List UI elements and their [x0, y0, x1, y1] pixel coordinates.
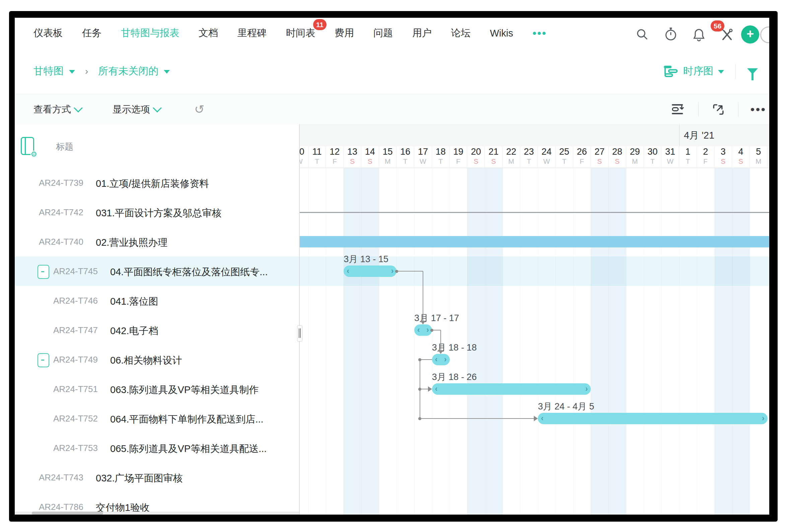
- timeline-bars-icon: [663, 65, 679, 78]
- nav-item-5[interactable]: 时间表11: [286, 26, 315, 40]
- link-line: [420, 389, 428, 389]
- table-row[interactable]: AR24-T751063.陈列道具及VP等相关道具制作: [15, 374, 299, 404]
- weekend-column: [609, 168, 626, 515]
- gantt-bar-row8[interactable]: ‹›: [432, 383, 591, 395]
- chevron-down-icon[interactable]: [164, 70, 170, 74]
- collapse-toggle[interactable]: [38, 265, 49, 279]
- avatar[interactable]: [760, 26, 769, 43]
- add-button[interactable]: +: [741, 25, 759, 44]
- day-gridline: [626, 168, 626, 515]
- task-title[interactable]: 042.电子档: [110, 324, 158, 338]
- day-letter: M: [503, 157, 520, 165]
- bar-resize-left[interactable]: ‹: [417, 325, 420, 335]
- day-letter: S: [361, 157, 379, 165]
- link-arrow-right: [428, 386, 432, 392]
- bar-resize-left[interactable]: ‹: [435, 355, 438, 364]
- nav-item-0[interactable]: 仪表板: [34, 26, 63, 40]
- breadcrumb-separator: ›: [85, 66, 88, 77]
- title-column-header: 标题: [56, 141, 73, 153]
- task-id: AR24-T753: [53, 443, 98, 453]
- bar-resize-left[interactable]: ‹: [435, 384, 438, 393]
- breadcrumb-filter[interactable]: 所有未关闭的: [98, 64, 158, 78]
- horizontal-scrollbar[interactable]: [15, 512, 299, 515]
- nav-item-3[interactable]: 文档: [198, 26, 218, 40]
- more-options-button[interactable]: •••: [750, 103, 769, 116]
- gantt-bar-row9[interactable]: ‹›: [538, 413, 767, 424]
- bar-resize-left[interactable]: ‹: [541, 414, 544, 423]
- link-arrow-down: [438, 350, 443, 354]
- filter-icon[interactable]: [747, 68, 758, 74]
- day-cell: 2F: [697, 146, 715, 168]
- table-row[interactable]: AR24-T74504.平面图纸专柜落位及落位图纸专...: [15, 256, 299, 286]
- bar-resize-right[interactable]: ›: [391, 267, 394, 276]
- nav-item-1[interactable]: 任务: [82, 26, 102, 40]
- task-title[interactable]: 01.立项/提供新店装修资料: [96, 177, 209, 191]
- table-row[interactable]: AR24-T747042.电子档: [15, 315, 299, 345]
- table-row[interactable]: AR24-T743032.广场平面图审核: [15, 463, 299, 492]
- view-mode-dropdown[interactable]: 查看方式: [34, 94, 81, 125]
- task-title[interactable]: 032.广场平面图审核: [96, 472, 183, 485]
- collapse-rows-icon[interactable]: [671, 103, 685, 116]
- fullscreen-icon[interactable]: [711, 103, 725, 116]
- day-cell: 22M: [503, 146, 520, 168]
- gantt-bar-row4[interactable]: ‹›: [344, 265, 397, 277]
- task-id: AR24-T739: [39, 178, 83, 188]
- tools-icon[interactable]: [720, 28, 734, 42]
- collapse-toggle[interactable]: [38, 353, 49, 367]
- nav-item-8[interactable]: 用户: [412, 26, 432, 40]
- day-gridline: [715, 168, 715, 515]
- view-mode-label: 查看方式: [34, 103, 71, 116]
- bar-resize-right[interactable]: ›: [426, 325, 429, 335]
- gantt-content: ⚙ 标题 AR24-T73901.立项/提供新店装修资料AR24-T742031…: [15, 124, 769, 515]
- table-row[interactable]: AR24-T753065.陈列道具及VP等相关道具配送...: [15, 433, 299, 463]
- nav-item-10[interactable]: Wikis: [490, 28, 513, 39]
- day-gridline: [538, 168, 538, 515]
- table-row[interactable]: AR24-T74002.营业执照办理: [15, 227, 299, 257]
- task-title[interactable]: 031.平面设计方案及邬总审核: [96, 207, 221, 220]
- scrollbar-thumb[interactable]: [32, 512, 103, 515]
- nav-item-9[interactable]: 论坛: [451, 26, 470, 40]
- nav-item-11[interactable]: •••: [532, 27, 547, 40]
- chevron-down-icon[interactable]: [69, 70, 75, 74]
- bar-resize-right[interactable]: ›: [586, 384, 588, 393]
- nav-item-4[interactable]: 里程碑: [237, 26, 267, 40]
- table-row[interactable]: AR24-T752064.平面物料下单制作及配送到店...: [15, 404, 299, 433]
- breadcrumb-gantt[interactable]: 甘特图: [34, 64, 64, 78]
- task-id: AR24-T786: [39, 502, 83, 512]
- table-row[interactable]: AR24-T73901.立项/提供新店装修资料: [15, 168, 299, 198]
- nav-item-2[interactable]: 甘特图与报表: [121, 26, 179, 40]
- bar-resize-left[interactable]: ‹: [347, 267, 349, 276]
- task-title[interactable]: 04.平面图纸专柜落位及落位图纸专...: [110, 265, 268, 279]
- day-letter: M: [750, 157, 767, 165]
- bell-icon[interactable]: [692, 28, 706, 43]
- view-switch[interactable]: 时序图: [663, 48, 758, 94]
- task-title[interactable]: 063.陈列道具及VP等相关道具制作: [110, 383, 258, 397]
- day-gridline: [750, 168, 750, 515]
- undo-button[interactable]: ↺: [194, 94, 204, 125]
- nav-item-6[interactable]: 费用: [335, 26, 354, 40]
- task-title[interactable]: 02.营业执照办理: [96, 236, 167, 250]
- nav-item-7[interactable]: 问题: [374, 26, 393, 40]
- panel-resize-handle[interactable]: [297, 325, 302, 341]
- table-row[interactable]: AR24-T746041.落位图: [15, 286, 299, 316]
- bar-resize-right[interactable]: ›: [444, 355, 447, 364]
- day-letter: F: [326, 157, 343, 165]
- table-row[interactable]: AR24-T742031.平面设计方案及邬总审核: [15, 197, 299, 227]
- task-title[interactable]: 064.平面物料下单制作及配送到店...: [110, 413, 263, 426]
- gantt-bar-row7[interactable]: ‹›: [432, 354, 450, 365]
- task-table: ⚙ 标题 AR24-T73901.立项/提供新店装修资料AR24-T742031…: [15, 124, 299, 515]
- gantt-bar-row3[interactable]: [300, 236, 769, 248]
- gantt-bar-row6[interactable]: ‹›: [414, 324, 432, 336]
- task-title[interactable]: 06.相关物料设计: [110, 354, 182, 367]
- bar-resize-right[interactable]: ›: [762, 414, 765, 423]
- search-icon[interactable]: [636, 28, 649, 41]
- table-row[interactable]: AR24-T786交付物1验收: [15, 492, 299, 515]
- task-title[interactable]: 065.陈列道具及VP等相关道具配送...: [110, 442, 267, 456]
- column-settings-icon[interactable]: ⚙: [21, 137, 34, 155]
- display-options-dropdown[interactable]: 显示选项: [112, 94, 161, 125]
- table-row[interactable]: AR24-T74906.相关物料设计: [15, 345, 299, 375]
- undo-icon: ↺: [194, 103, 204, 116]
- task-title[interactable]: 041.落位图: [110, 295, 158, 308]
- stopwatch-icon[interactable]: [664, 27, 678, 42]
- day-cell: 12F: [326, 146, 344, 168]
